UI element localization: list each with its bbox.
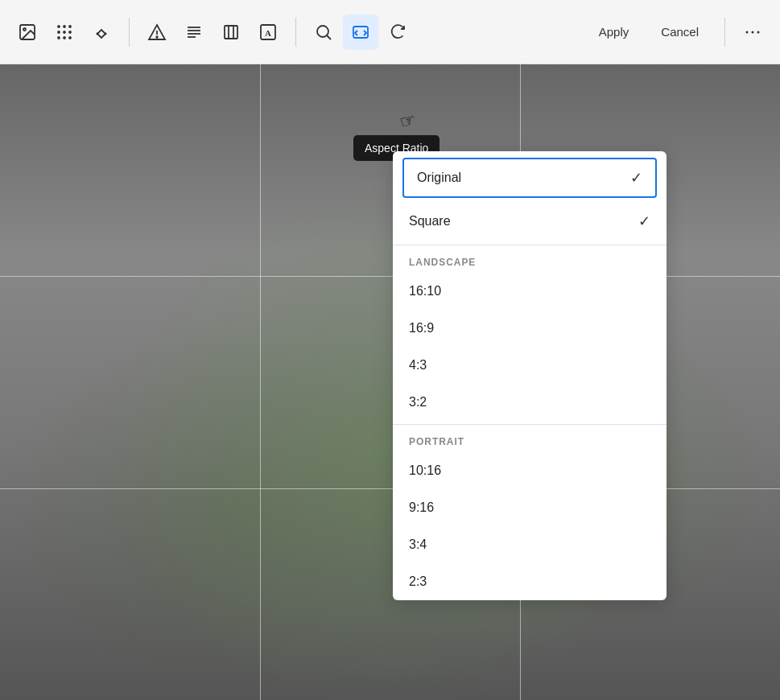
svg-point-1: [23, 28, 26, 31]
adjust-tool-button[interactable]: [139, 14, 175, 50]
check-square: ✓: [638, 212, 650, 230]
svg-point-3: [64, 26, 65, 27]
image-area: Aspect Ratio ☞ Original ✓ Square ✓ LANDS…: [0, 64, 780, 700]
option-label: 9:16: [409, 500, 434, 515]
check-original: ✓: [630, 169, 642, 187]
svg-point-13: [156, 36, 158, 38]
rotate-tool-button[interactable]: [380, 14, 415, 50]
svg-line-24: [327, 35, 331, 39]
aspect-ratio-original[interactable]: Original ✓: [402, 158, 657, 198]
aspect-ratio-4-3[interactable]: 4:3: [393, 347, 667, 384]
aspect-ratio-16-9[interactable]: 16:9: [393, 310, 667, 347]
svg-point-9: [64, 37, 65, 39]
svg-point-7: [69, 31, 71, 33]
option-label: Square: [409, 214, 451, 229]
aspect-ratio-3-4[interactable]: 3:4: [393, 526, 667, 563]
dropdown-divider-2: [393, 424, 667, 425]
aspect-ratio-16-10[interactable]: 16:10: [393, 273, 667, 310]
view-tools: [306, 14, 415, 50]
font-tool-button[interactable]: A: [250, 14, 286, 50]
option-label: 3:2: [409, 395, 427, 410]
cancel-button[interactable]: Cancel: [645, 19, 715, 45]
svg-point-6: [64, 31, 65, 33]
grid-tool-button[interactable]: [47, 14, 82, 50]
svg-point-27: [752, 31, 754, 33]
option-label: 16:9: [409, 321, 434, 336]
dropdown-divider-1: [393, 245, 667, 245]
option-label: Original: [417, 171, 461, 185]
landscape-section-label: LANDSCAPE: [393, 249, 667, 273]
aspect-ratio-square[interactable]: Square ✓: [393, 201, 667, 241]
svg-point-23: [317, 26, 328, 37]
portrait-section-label: PORTRAIT: [393, 428, 667, 452]
option-label: 3:4: [409, 537, 427, 552]
svg-point-2: [58, 26, 60, 27]
apply-cancel-group: Apply Cancel: [583, 19, 715, 45]
image-tool-button[interactable]: [10, 14, 45, 50]
arrange-tool-button[interactable]: [84, 14, 119, 50]
svg-text:A: A: [265, 28, 271, 38]
frame-tool-button[interactable]: [213, 14, 249, 50]
aspect-ratio-tool-button[interactable]: [343, 14, 378, 50]
option-label: 4:3: [409, 358, 427, 373]
svg-point-4: [69, 26, 71, 27]
aspect-ratio-2-3[interactable]: 2:3: [393, 563, 667, 600]
svg-point-5: [58, 31, 60, 33]
left-tools: [10, 14, 119, 50]
svg-point-10: [69, 37, 71, 39]
text-tool-button[interactable]: [176, 14, 212, 50]
aspect-ratio-9-16[interactable]: 9:16: [393, 489, 667, 526]
more-options-button[interactable]: [735, 14, 770, 50]
option-label: 2:3: [409, 574, 427, 589]
apply-button[interactable]: Apply: [583, 19, 646, 45]
toolbar: A Apply: [0, 0, 780, 64]
aspect-ratio-3-2[interactable]: 3:2: [393, 384, 667, 421]
svg-point-28: [757, 31, 760, 33]
aspect-ratio-10-16[interactable]: 10:16: [393, 452, 667, 489]
svg-rect-18: [225, 26, 237, 39]
svg-point-26: [746, 31, 749, 33]
divider-2: [295, 18, 296, 47]
aspect-ratio-dropdown: Original ✓ Square ✓ LANDSCAPE 16:10 16:9…: [393, 151, 667, 600]
option-label: 16:10: [409, 284, 441, 299]
edit-tools: A: [139, 14, 286, 50]
zoom-tool-button[interactable]: [306, 14, 341, 50]
option-label: 10:16: [409, 463, 441, 478]
divider-3: [724, 18, 725, 47]
svg-point-8: [58, 37, 60, 39]
divider-1: [129, 18, 130, 47]
